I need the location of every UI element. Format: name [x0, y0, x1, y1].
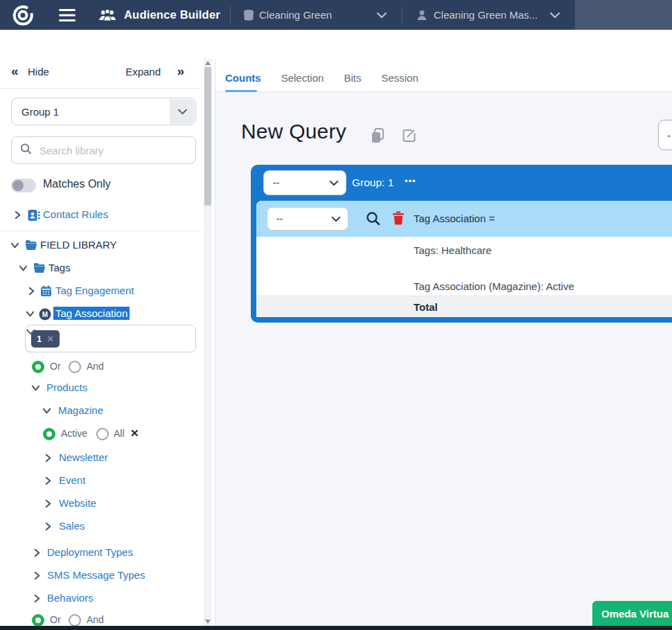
query-actions-partial-control[interactable]: - [658, 120, 672, 150]
calendar-icon [40, 285, 53, 298]
tree-item-label: Newsletter [59, 451, 108, 463]
search-icon[interactable] [366, 211, 380, 228]
or-radio[interactable] [32, 361, 44, 373]
active-radio[interactable] [43, 428, 55, 440]
tree-item-products[interactable]: Products [0, 381, 201, 396]
tree-item-event[interactable]: Event [0, 474, 201, 489]
sidebar-scrollbar[interactable] [204, 59, 212, 630]
tree-item-contact-rules[interactable]: Contact Rules [0, 208, 201, 223]
group-menu-icon[interactable]: ••• [405, 176, 416, 186]
all-radio[interactable] [96, 428, 109, 440]
chevron-down-icon[interactable] [30, 383, 42, 394]
omeda-logo[interactable] [12, 0, 33, 30]
and-radio[interactable] [69, 614, 81, 627]
or-label: Or [50, 361, 61, 372]
condition-row: -- Tag Ass [256, 201, 672, 237]
expand-icon[interactable]: » [177, 64, 184, 78]
tree-item-field-library[interactable]: FIELD LIBRARY [0, 238, 201, 253]
profile-selector[interactable]: Cleaning Green Mas... [434, 0, 538, 30]
all-label: All [114, 428, 125, 439]
tab-session[interactable]: Session [381, 72, 418, 84]
scroll-down-icon[interactable] [205, 620, 211, 624]
chevron-down-icon [329, 177, 339, 189]
chevron-right-icon[interactable] [26, 286, 37, 297]
group-panel: -- Tag Ass [256, 201, 672, 317]
and-label: And [87, 361, 104, 372]
chevron-right-icon[interactable] [32, 570, 43, 582]
multi-value-badge-icon: M [39, 308, 51, 321]
or-radio[interactable] [32, 614, 44, 627]
tag-value-select[interactable]: 1 ✕ [25, 325, 196, 352]
database-icon [242, 0, 255, 30]
counts-panel: New Query - -- [215, 92, 672, 630]
contact-card-icon [28, 209, 40, 222]
and-radio[interactable] [69, 361, 81, 373]
group-operator-select[interactable]: -- [263, 170, 346, 195]
matches-only-toggle[interactable] [11, 179, 36, 192]
tree-item-newsletter[interactable]: Newsletter [0, 451, 201, 466]
tab-bits[interactable]: Bits [344, 72, 361, 84]
tree-item-label: Products [46, 381, 87, 393]
omeda-virtual-assistant-button[interactable]: Omeda Virtua [592, 601, 672, 626]
audience-icon [98, 0, 117, 30]
tree-item-website[interactable]: Website [0, 496, 201, 512]
chevron-right-icon[interactable] [43, 498, 54, 510]
condition-operator-select[interactable]: -- [267, 207, 348, 231]
chevron-right-icon[interactable] [32, 548, 43, 559]
nav-divider [230, 6, 231, 24]
scroll-up-icon[interactable] [205, 61, 211, 65]
tree-item-label: Tag Association [53, 307, 130, 320]
close-icon[interactable]: ✕ [130, 427, 139, 440]
top-navbar: Audience Builder Cleaning Green Cleaning… [0, 0, 672, 30]
group-select[interactable]: Group 1 [11, 98, 196, 125]
tree-item-label: Contact Rules [43, 208, 108, 220]
chevron-right-icon[interactable] [43, 521, 54, 532]
chevron-down-icon[interactable] [170, 99, 195, 124]
chevron-right-icon[interactable] [43, 476, 54, 487]
tree-item-magazine[interactable]: Magazine [0, 404, 201, 419]
chevron-down-icon[interactable] [376, 0, 387, 30]
tree-item-label: Deployment Types [47, 546, 133, 558]
chevron-down-icon[interactable] [42, 406, 53, 417]
page-title: New Query [241, 120, 346, 143]
tree-item-sales[interactable]: Sales [0, 519, 201, 534]
chevron-right-icon[interactable] [43, 453, 54, 464]
tab-counts[interactable]: Counts [225, 72, 261, 84]
chevron-down-icon [331, 213, 341, 225]
scrollbar-thumb[interactable] [204, 67, 211, 206]
tree-item-label: Behaviors [47, 592, 94, 604]
chevron-right-icon[interactable] [12, 210, 24, 221]
chevron-down-icon[interactable] [25, 309, 36, 320]
database-selector[interactable]: Cleaning Green [259, 0, 332, 30]
chevron-down-icon[interactable] [26, 325, 36, 338]
tree-item-tag-association[interactable]: M Tag Association [0, 307, 201, 322]
hamburger-menu-icon[interactable] [58, 0, 76, 30]
tree-item-sms-message-types[interactable]: SMS Message Types [0, 568, 201, 584]
divider [0, 88, 201, 89]
group-operator-value: -- [273, 177, 279, 188]
collapse-icon[interactable]: « [11, 64, 19, 78]
tab-selection[interactable]: Selection [281, 72, 324, 84]
expand-button[interactable]: Expand [125, 66, 161, 78]
copy-icon[interactable] [371, 128, 386, 143]
chevron-right-icon[interactable] [32, 593, 43, 604]
tree-item-label: Tag Engagement [55, 285, 134, 296]
tab-bar: Counts Selection Bits Session [215, 30, 672, 92]
remove-chip-icon[interactable]: ✕ [46, 334, 54, 344]
tree-item-behaviors[interactable]: Behaviors [0, 591, 201, 606]
tree-item-deployment-types[interactable]: Deployment Types [0, 546, 201, 561]
tree-item-label: Website [59, 497, 96, 509]
chevron-down-icon[interactable] [18, 263, 29, 274]
edit-icon[interactable] [402, 128, 417, 143]
search-input[interactable] [39, 137, 178, 163]
trash-icon[interactable] [392, 210, 405, 228]
result-row: Tag Association (Magazine): Active [414, 280, 574, 292]
chevron-down-icon[interactable] [10, 240, 21, 251]
partial-control-value: - [667, 129, 671, 141]
tree-item-tag-engagement[interactable]: Tag Engagement [0, 284, 201, 299]
tree-item-tags[interactable]: Tags [0, 261, 201, 276]
app-title: Audience Builder [124, 0, 220, 30]
hide-button[interactable]: Hide [28, 66, 49, 78]
divider [0, 231, 201, 231]
chevron-down-icon[interactable] [549, 0, 560, 30]
